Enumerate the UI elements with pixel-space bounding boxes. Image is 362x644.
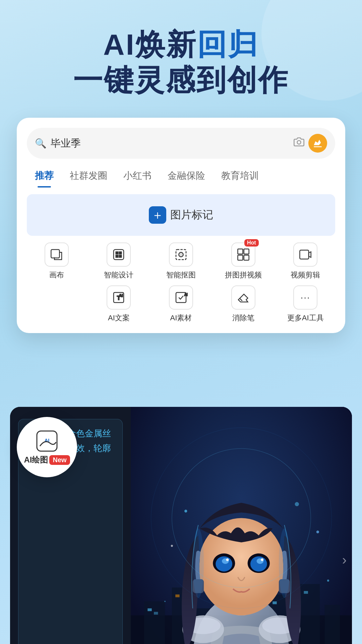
ai-girl-illustration [131,407,352,644]
tool-more-ai[interactable]: ··· 更多AI工具 [276,285,335,323]
svg-rect-7 [238,255,243,260]
svg-point-39 [216,556,232,572]
tab-xiaohongshu[interactable]: 小红书 [115,167,160,187]
svg-rect-23 [300,584,320,644]
tool-grid: 画布 智能设计 智能抠图 [27,243,335,326]
svg-rect-28 [273,601,277,604]
svg-rect-1 [51,250,59,258]
tool-ai-material[interactable]: AI AI素材 [151,285,211,323]
add-photo-btn[interactable]: ＋ [149,206,166,224]
hero-section: AI焕新回归 一键灵感到创作 [0,0,362,111]
svg-rect-9 [300,250,309,259]
search-input[interactable]: 毕业季 [51,137,290,150]
eraser-icon-box [231,285,255,310]
ai-draw-label: AI绘图 [24,454,48,465]
hero-line2: 一键灵感到创作 [20,62,342,98]
smart-cutout-icon-box [169,243,193,267]
svg-point-52 [316,531,319,533]
svg-point-40 [250,556,267,572]
svg-point-54 [327,580,329,582]
add-photo-area[interactable]: ＋ 图片标记 [27,194,335,236]
svg-rect-26 [154,612,158,614]
eraser-label: 消除笔 [232,313,254,323]
more-ai-icon-box: ··· [293,285,317,310]
ai-material-label: AI素材 [170,313,192,323]
smart-design-label: 智能设计 [104,270,133,280]
hot-badge: Hot [244,239,259,247]
svg-rect-8 [244,255,249,260]
tool-smart-design[interactable]: 智能设计 [89,243,149,280]
svg-point-43 [226,558,229,561]
search-icon: 🔍 [35,138,47,149]
svg-point-50 [295,502,299,506]
svg-point-4 [179,253,183,257]
plus-icon: ＋ [152,207,164,223]
canvas-label: 画布 [49,270,64,280]
tool-smart-cutout[interactable]: 智能抠图 [151,243,211,280]
swipe-arrow-icon: › [342,552,347,567]
svg-rect-5 [238,249,243,254]
hero-line1: AI焕新回归 [20,27,342,62]
search-bar[interactable]: 🔍 毕业季 [27,128,335,159]
ai-copy-icon-box: T AI [107,285,131,310]
canvas-icon-box [45,243,69,267]
ai-copy-label: AI文案 [108,313,130,323]
tab-recommend[interactable]: 推荐 [27,167,62,187]
new-badge: New [49,455,70,465]
svg-rect-6 [244,249,249,254]
video-edit-label: 视频剪辑 [291,270,320,280]
svg-point-44 [261,558,263,561]
svg-point-0 [297,141,301,144]
add-photo-label: 图片标记 [170,208,213,222]
svg-rect-2 [114,250,124,260]
smart-design-icon-box [107,243,131,267]
app-card: 🔍 毕业季 推荐 社群发圈 小红书 金融保险 教育培训 [17,118,345,333]
svg-point-49 [184,510,187,513]
tool-collage-video[interactable]: Hot 拼图拼视频 [214,243,273,280]
tool-ai-copy[interactable]: T AI AI文案 [89,285,149,323]
svg-point-51 [171,545,173,547]
camera-icon[interactable] [294,137,304,150]
collage-video-icon-box: Hot [231,243,255,267]
more-ai-label: 更多AI工具 [287,313,324,323]
video-edit-icon-box [293,243,317,267]
crown-button[interactable] [308,134,327,153]
tool-canvas[interactable]: 画布 [27,243,86,280]
svg-rect-29 [304,591,308,594]
svg-point-56 [279,529,290,598]
svg-point-53 [164,601,166,602]
tab-social[interactable]: 社群发圈 [62,167,115,187]
ai-material-icon-box: AI [169,285,193,310]
tab-education[interactable]: 教育培训 [213,167,267,187]
tool-video-edit[interactable]: 视频剪辑 [276,243,335,280]
svg-rect-27 [175,595,179,597]
tool-eraser[interactable]: 消除笔 [214,285,273,323]
more-dots-icon: ··· [301,292,310,303]
svg-text:AI: AI [119,293,123,298]
svg-rect-24 [325,605,340,644]
nav-tabs: 推荐 社群发圈 小红书 金融保险 教育培训 [27,167,335,187]
collage-video-label: 拼图拼视频 [225,270,262,280]
ai-gen-image-side: › [131,407,352,644]
svg-rect-19 [144,601,165,644]
ai-draw-label-row: AI绘图 New [24,454,70,465]
svg-point-55 [193,529,204,598]
tab-finance[interactable]: 金融保险 [160,167,213,187]
ai-draw-float[interactable]: AI AI绘图 New [17,417,77,477]
svg-text:AI: AI [184,293,188,297]
smart-cutout-label: 智能抠图 [166,270,196,280]
ai-draw-float-icon: AI [35,429,59,453]
svg-rect-25 [147,608,152,611]
